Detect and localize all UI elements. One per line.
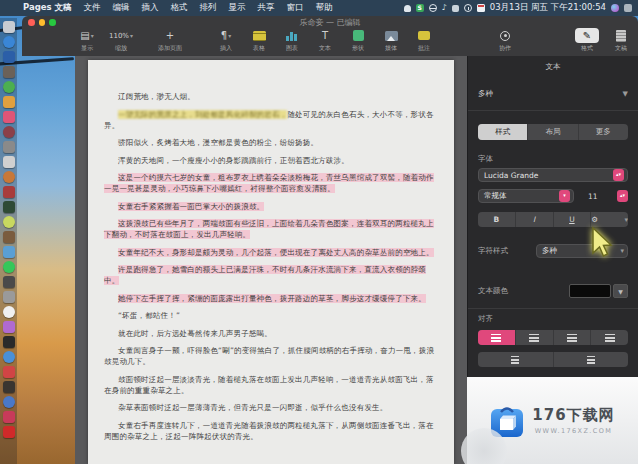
menu-edit[interactable]: 编辑	[113, 2, 130, 14]
document-icon	[616, 28, 626, 43]
view-icon: ▤▾	[80, 28, 93, 43]
dock-launchpad-icon[interactable]	[3, 186, 15, 198]
input-source-s-icon[interactable]: S	[416, 4, 424, 12]
indent-decrease-button[interactable]	[478, 352, 554, 367]
doc-paragraph: 她停下左手挥了挥，紧绷的面庞露出打量神色，拨开路边的草茎，脚步这才缓缓停了下来。	[104, 293, 437, 304]
dock-safari-icon[interactable]	[3, 36, 15, 48]
menu-insert[interactable]: 插入	[142, 2, 159, 14]
font-family-value: Lucida Grande	[484, 171, 538, 180]
bell-icon[interactable]	[404, 5, 411, 12]
dock-music-app-icon[interactable]	[3, 306, 15, 318]
panel-title: 文本	[468, 62, 638, 72]
format-sidebar: 文本 多种 ▼ 样式 布局 更多 字体 Lucida Grande ▴▾ 常规体…	[467, 56, 638, 377]
dock-photos-icon[interactable]	[3, 216, 15, 228]
text-button[interactable]: T 文本	[314, 28, 336, 53]
dock-wechat-icon[interactable]	[3, 81, 15, 93]
dock-settings-icon[interactable]	[3, 291, 15, 303]
dock-frames-app-icon[interactable]	[3, 381, 15, 393]
dock-red-app-icon[interactable]	[3, 366, 15, 378]
watermark-url: WWW.176XZ.COM	[535, 427, 612, 435]
menu-help[interactable]: 帮助	[316, 2, 333, 14]
siri-icon[interactable]	[611, 4, 619, 12]
gear-button[interactable]: ⚙▾	[591, 212, 628, 227]
menu-view[interactable]: 显示	[229, 2, 246, 14]
menu-datetime[interactable]: 03月13日 周五 下午21:00:54	[490, 2, 606, 14]
clock-icon[interactable]	[464, 4, 472, 12]
doc-paragraph: 女童右手再度连转几下，一道道青光随着拨浪鼓的两粒槌丸落下，从两侧鼓面连番飞出，落…	[104, 420, 437, 442]
font-style-dropdown[interactable]: ▾	[559, 190, 570, 202]
format-button[interactable]: ✎ 格式	[575, 28, 599, 53]
dock-appstore-icon[interactable]	[3, 96, 15, 108]
format-buttons: B I U ⚙▾	[478, 212, 628, 227]
dock-camera-icon[interactable]	[3, 66, 15, 78]
table-button[interactable]: 表格	[248, 28, 270, 53]
comment-button[interactable]: 批注	[413, 28, 435, 53]
dock-orange-app-icon[interactable]	[3, 171, 15, 183]
music-icon[interactable]: ♪	[442, 4, 447, 12]
media-button[interactable]: 媒体	[380, 28, 402, 53]
menu-arrange[interactable]: 排列	[200, 2, 217, 14]
calendar-icon[interactable]	[477, 4, 485, 12]
indent-increase-button[interactable]	[554, 352, 629, 367]
tab-more[interactable]: 更多	[579, 124, 628, 140]
align-right-button[interactable]	[554, 330, 592, 345]
dock-phone-icon[interactable]	[3, 261, 15, 273]
menu-file[interactable]: 文件	[84, 2, 101, 14]
menu-bar: Pages 文稿 文件 编辑 插入 格式 排列 显示 共享 窗口 帮助 S ♪ …	[0, 0, 638, 16]
text-color-well[interactable]	[569, 284, 611, 298]
dock-brown-app-icon[interactable]	[3, 231, 15, 243]
align-center-icon	[529, 334, 539, 342]
globe-icon[interactable]	[429, 4, 437, 12]
dock-globe-app-icon[interactable]	[3, 141, 15, 153]
toolbar: ▤▾ 显示 110%▾ 缩放 + 添加页面 ¶▾ 插入 表格 图表	[22, 28, 638, 56]
paragraph-style-dropdown[interactable]: 多种 ▼	[478, 86, 628, 102]
font-style-select[interactable]: 常规体 ▾	[478, 189, 574, 203]
document-page[interactable]: 辽阔荒地，渺无人烟。 一望无际的荒原之上，到处都是风化碎裂的岩石，随处可见的灰白…	[88, 60, 454, 464]
dock-cloud-app-icon[interactable]	[3, 246, 15, 258]
italic-button[interactable]: I	[516, 212, 554, 227]
comment-icon	[418, 28, 430, 43]
dock-pink-app-icon[interactable]	[3, 111, 15, 123]
align-justify-button[interactable]	[591, 330, 628, 345]
dock-blue-app-icon[interactable]	[3, 351, 15, 363]
menu-share[interactable]: 共享	[258, 2, 275, 14]
view-button[interactable]: ▤▾ 显示	[76, 28, 98, 53]
underline-button[interactable]: U	[554, 212, 592, 227]
menu-window[interactable]: 窗口	[287, 2, 304, 14]
font-size-stepper[interactable]: ▴▾	[617, 190, 628, 202]
shape-button[interactable]: 形状	[347, 28, 369, 53]
dock-mail-icon[interactable]	[3, 51, 15, 63]
notification-icon[interactable]	[452, 5, 459, 12]
chart-button[interactable]: 图表	[281, 28, 303, 53]
tab-style[interactable]: 样式	[478, 124, 528, 140]
dock-finder-icon[interactable]	[3, 21, 15, 33]
insert-button[interactable]: ¶▾ 插入	[215, 28, 237, 53]
control-center-icon[interactable]	[624, 4, 632, 12]
align-left-button[interactable]	[478, 330, 516, 345]
menu-pages[interactable]: Pages 文稿	[23, 2, 72, 14]
tab-layout[interactable]: 布局	[528, 124, 578, 140]
collaborate-button[interactable]: 协作	[494, 28, 516, 53]
dock-black-app-icon[interactable]	[3, 336, 15, 348]
dock-calculator-icon[interactable]	[3, 156, 15, 168]
bold-button[interactable]: B	[478, 212, 516, 227]
dock-folder-icon[interactable]	[3, 396, 15, 408]
dock-heart-app-icon[interactable]	[3, 411, 15, 423]
zoom-button[interactable]: 110%▾ 缩放	[109, 28, 133, 53]
dock-camera2-icon[interactable]	[3, 276, 15, 288]
add-page-button[interactable]: + 添加页面	[158, 28, 182, 53]
indent-buttons	[478, 352, 628, 367]
dock-photo-booth-icon[interactable]	[3, 126, 15, 138]
menu-format[interactable]: 格式	[171, 2, 188, 14]
text-color-dropdown[interactable]: ▼	[613, 284, 628, 298]
dock-dark-green-app-icon[interactable]	[3, 201, 15, 213]
align-center-button[interactable]	[516, 330, 554, 345]
dock	[0, 18, 17, 464]
font-family-select[interactable]: Lucida Grande ▴▾	[478, 168, 628, 182]
document-area: 辽阔荒地，渺无人烟。 一望无际的荒原之上，到处都是风化碎裂的岩石，随处可见的灰白…	[75, 56, 467, 464]
chevron-down-icon: ▼	[623, 90, 628, 98]
document-button[interactable]: 文稿	[610, 28, 632, 53]
font-family-stepper[interactable]: ▴▾	[613, 169, 624, 181]
dock-red-bottom-app-icon[interactable]	[3, 426, 15, 438]
dock-purple-app-icon[interactable]	[3, 321, 15, 333]
